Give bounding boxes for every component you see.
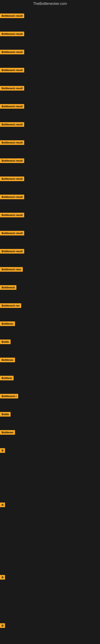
bottleneck-badge: Bottle — [0, 412, 11, 416]
bottleneck-badge: Bottle — [0, 340, 11, 344]
bottleneck-badge: Bottleneck result — [0, 68, 24, 72]
list-item[interactable]: Bottleneck result — [0, 122, 24, 128]
bottleneck-badge: Bottleneck result — [0, 122, 24, 127]
list-item[interactable]: Bottlene — [0, 376, 14, 381]
list-item[interactable]: Bottleneck res — [0, 303, 21, 309]
bottleneck-badge: Bottleneck result — [0, 176, 24, 181]
list-item[interactable]: Bottleneck result — [0, 176, 24, 182]
list-item[interactable]: Bottleneck — [0, 285, 16, 290]
list-item[interactable]: Bottle — [0, 412, 11, 418]
list-item[interactable]: Bottleneck result — [0, 158, 24, 164]
bottleneck-badge: Bottleneck result — [0, 249, 24, 254]
list-item[interactable]: Bottlenec — [0, 322, 15, 327]
bottleneck-badge: Bottleneck resu — [0, 267, 23, 272]
list-item[interactable]: B — [0, 575, 5, 580]
list-item[interactable]: Bottle — [0, 340, 11, 345]
list-item[interactable]: Bottleneck result — [0, 32, 24, 37]
bottleneck-badge: Bottleneck result — [0, 14, 24, 18]
bottleneck-badge: Bottleneck result — [0, 140, 24, 145]
list-item[interactable]: Bottleneck result — [0, 194, 24, 200]
bottleneck-badge: Bottleneck result — [0, 86, 24, 90]
list-item[interactable]: Bottleneck resu — [0, 267, 23, 272]
bottleneck-badge: Bottleneck — [0, 285, 16, 290]
list-item[interactable]: Bottlenec — [0, 430, 15, 436]
bottleneck-badge: Bottlenec — [0, 430, 15, 435]
list-item[interactable]: Bottlenec — [0, 358, 15, 363]
list-item[interactable]: Bottleneck r — [0, 394, 18, 399]
bottleneck-badge: Bottlenec — [0, 322, 15, 326]
bottleneck-badge: Bottleneck result — [0, 194, 24, 199]
bottleneck-badge: Bottleneck result — [0, 32, 24, 36]
list-item[interactable]: Bottleneck result — [0, 14, 24, 19]
bottleneck-badge: Bottleneck result — [0, 158, 24, 163]
site-title: TheBottlenecker.com — [0, 0, 100, 8]
list-item[interactable]: Bottleneck result — [0, 50, 24, 55]
list-item[interactable]: B — [0, 502, 5, 508]
list-item[interactable]: Bottleneck result — [0, 231, 24, 236]
bottleneck-badge: Bottleneck result — [0, 50, 24, 54]
bottleneck-badge: Bottlene — [0, 376, 14, 380]
list-item[interactable]: Bottleneck result — [0, 213, 24, 218]
bottleneck-badge: B — [0, 502, 5, 507]
bottleneck-badge: B — [0, 575, 5, 580]
list-item[interactable]: B — [0, 448, 5, 454]
bottleneck-badge: Bottleneck r — [0, 394, 18, 398]
list-item[interactable]: B — [0, 623, 5, 629]
bottleneck-badge: Bottleneck result — [0, 213, 24, 217]
list-item[interactable]: Bottleneck result — [0, 86, 24, 91]
bottleneck-badge: Bottlenec — [0, 358, 15, 362]
list-item[interactable]: Bottleneck result — [0, 140, 24, 146]
list-item[interactable]: Bottleneck result — [0, 68, 24, 73]
list-item[interactable]: Bottleneck result — [0, 104, 24, 110]
list-item[interactable]: Bottleneck result — [0, 249, 24, 254]
bottleneck-badge: Bottleneck result — [0, 104, 24, 109]
bottleneck-badge: B — [0, 448, 5, 453]
bottleneck-badge: Bottleneck result — [0, 231, 24, 236]
bottleneck-badge: B — [0, 623, 5, 628]
bottleneck-badge: Bottleneck res — [0, 303, 21, 308]
